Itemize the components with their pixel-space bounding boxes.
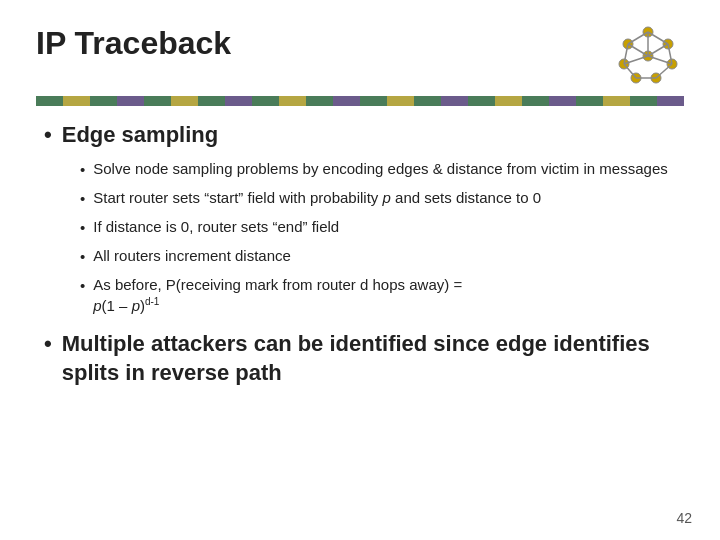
sub-bullet-5: • As before, P(receiving mark from route… [80, 274, 684, 316]
network-icon [612, 20, 684, 92]
color-bar-segment [252, 96, 279, 106]
sub-bullet-dot-4: • [80, 246, 85, 267]
color-bar-segment [279, 96, 306, 106]
svg-line-16 [648, 44, 668, 56]
color-bar-segment [117, 96, 144, 106]
color-bar-segment [441, 96, 468, 106]
main-bullet-2: • Multiple attackers can be identified s… [44, 330, 684, 387]
slide-number: 42 [676, 510, 692, 526]
color-bar-segment [360, 96, 387, 106]
sub-bullet-4-text: All routers increment distance [93, 245, 684, 266]
svg-line-10 [656, 64, 672, 78]
svg-line-19 [628, 44, 648, 56]
color-bar-segment [144, 96, 171, 106]
svg-line-8 [648, 32, 668, 44]
main-bullet-1: • Edge sampling [44, 122, 684, 148]
color-bar-segment [522, 96, 549, 106]
header-area: IP Traceback [36, 24, 684, 92]
color-bar-segment [495, 96, 522, 106]
color-bar-segment [333, 96, 360, 106]
sub-bullet-2-text: Start router sets “start” field with pro… [93, 187, 684, 208]
color-bar-segment [90, 96, 117, 106]
sub-bullet-5-text: As before, P(receiving mark from router … [93, 274, 684, 316]
color-bar-segment [603, 96, 630, 106]
color-bar-segment [198, 96, 225, 106]
sub-bullet-1: • Solve node sampling problems by encodi… [80, 158, 684, 180]
main-bullet-1-text: Edge sampling [62, 122, 218, 148]
svg-line-12 [624, 64, 636, 78]
bullet-dot-1: • [44, 122, 52, 148]
color-bar-segment [414, 96, 441, 106]
color-bar-segment [468, 96, 495, 106]
color-bar-segment [576, 96, 603, 106]
color-bar [36, 96, 684, 106]
sub-bullet-1-text: Solve node sampling problems by encoding… [93, 158, 684, 179]
sub-bullet-4: • All routers increment distance [80, 245, 684, 267]
sub-bullet-dot-3: • [80, 217, 85, 238]
color-bar-segment [387, 96, 414, 106]
color-bar-segment [225, 96, 252, 106]
sub-bullet-dot-1: • [80, 159, 85, 180]
slide: IP Traceback [0, 0, 720, 540]
sub-bullet-3-text: If distance is 0, router sets “end” fiel… [93, 216, 684, 237]
sub-bullet-dot-5: • [80, 275, 85, 296]
main-bullet-2-text: Multiple attackers can be identified sin… [62, 330, 684, 387]
color-bar-segment [36, 96, 63, 106]
sub-bullets-list: • Solve node sampling problems by encodi… [44, 158, 684, 316]
color-bar-segment [549, 96, 576, 106]
sub-bullet-dot-2: • [80, 188, 85, 209]
color-bar-segment [630, 96, 657, 106]
color-bar-segment [657, 96, 684, 106]
content-area: • Edge sampling • Solve node sampling pr… [36, 122, 684, 387]
sub-bullet-2: • Start router sets “start” field with p… [80, 187, 684, 209]
svg-line-14 [628, 32, 648, 44]
bullet-dot-2: • [44, 330, 52, 359]
color-bar-segment [171, 96, 198, 106]
color-bar-segment [63, 96, 90, 106]
slide-title: IP Traceback [36, 24, 231, 62]
color-bar-segment [306, 96, 333, 106]
sub-bullet-3: • If distance is 0, router sets “end” fi… [80, 216, 684, 238]
